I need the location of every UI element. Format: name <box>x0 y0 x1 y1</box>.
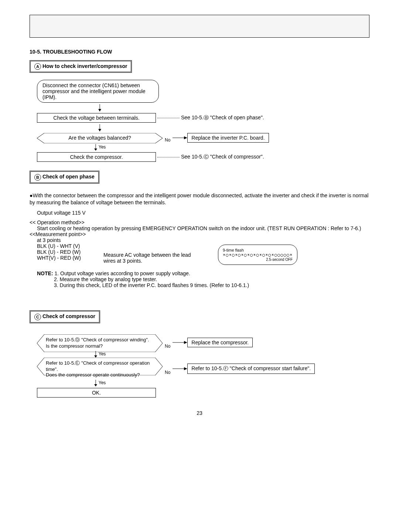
flow-b: B Check of open phase ●With the connecto… <box>30 171 369 288</box>
circle-a-icon: A <box>34 63 41 70</box>
flow-c-ok-text: OK. <box>92 390 101 396</box>
flow-b-title: Check of open phase <box>42 174 95 180</box>
svg-marker-3 <box>98 129 101 132</box>
flow-c-dec1-no-text: Replace the compressor. <box>191 340 249 345</box>
op-method-text: Start cooling or heating operation by pr… <box>37 225 369 231</box>
page-number: 23 <box>30 410 369 416</box>
note-2: 2. Measure the voltage by analog type te… <box>54 276 157 282</box>
flow-a-step3-ref: See 10-5.Ⓒ "Check of compressor". <box>181 154 264 160</box>
meas-3: WHT(V) - RED (W) <box>37 255 103 261</box>
flow-c-dec2-no-action: Refer to 10-5.Ⓕ "Check of compressor sta… <box>187 364 315 374</box>
flash-off-label: 2.5-second OFF <box>266 258 293 262</box>
flow-a-title: How to check inverter/compressor <box>42 63 127 69</box>
note-3: 3. During this check, LED of the inverte… <box>54 282 249 288</box>
section-title: 10-5. TROUBLESHOOTING FLOW <box>30 49 369 55</box>
flow-a-step2: Check the voltage between terminals. <box>37 113 156 123</box>
flow-c-title-box: C Check of compressor <box>30 310 100 323</box>
flow-c-dec1-line1: Refer to 10-5.Ⓓ "Check of compressor win… <box>46 337 149 342</box>
flow-a-step2-ref: See 10-5.Ⓑ "Check of open phase". <box>181 115 264 121</box>
svg-marker-18 <box>94 384 97 386</box>
flow-b-intro: ●With the connector between the compress… <box>30 192 369 207</box>
flow-b-voltage: Output voltage 115 V <box>37 209 369 217</box>
arrow-right-icon <box>173 341 187 344</box>
flow-a-title-box: A How to check inverter/compressor <box>30 60 132 73</box>
arrow-right-icon <box>173 367 187 371</box>
label-yes-row: Yes <box>37 380 163 386</box>
flow-a-step3: Check the compressor. <box>37 152 156 162</box>
arrow-down-icon <box>37 124 163 132</box>
page-container: 10-5. TROUBLESHOOTING FLOW A How to chec… <box>0 0 399 431</box>
dotted-line-icon <box>157 118 180 118</box>
flow-b-title-box: B Check of open phase <box>30 171 99 183</box>
arrow-down-icon <box>37 104 163 112</box>
label-yes: Yes <box>99 144 106 150</box>
meas-1: BLK (U) - WHT (V) <box>37 243 103 249</box>
note-block: NOTE: 1. Output voltage varies according… <box>37 270 369 288</box>
flow-c-dec1: Refer to 10-5.Ⓓ "Check of compressor win… <box>37 334 163 351</box>
meas-2: BLK (U) - RED (W) <box>37 249 103 255</box>
dotted-line-icon <box>157 157 180 157</box>
meas-note: Measure AC voltage between the lead wire… <box>103 252 196 264</box>
header-box <box>30 15 369 38</box>
flow-c-dec1-no-action: Replace the compressor. <box>187 338 253 347</box>
svg-marker-6 <box>184 136 187 139</box>
flash-box: 9-time flash ☀○☀○☀○☀○☀○☀○☀○☀○☀○○○○○☀ 2.5… <box>218 245 297 265</box>
flow-c: C Check of compressor Refer to 10-5.Ⓓ "C… <box>30 310 369 399</box>
meas-at: at 3 points <box>37 237 103 243</box>
label-yes-row: Yes <box>37 144 163 151</box>
flow-a-no-action-text: Replace the inverter P.C. board. <box>191 135 265 141</box>
circle-b-icon: B <box>34 174 41 181</box>
arrow-right-icon <box>173 136 187 140</box>
flow-a: A How to check inverter/compressor Disco… <box>30 60 369 163</box>
note-1: 1. Output voltage varies according to po… <box>54 270 190 276</box>
arrow-down-icon <box>94 144 98 151</box>
svg-marker-8 <box>94 149 97 151</box>
circle-c-icon: C <box>34 314 41 320</box>
svg-marker-1 <box>98 109 101 112</box>
svg-marker-16 <box>184 367 187 370</box>
flow-a-step1-text: Disconnect the connector (CN61) between … <box>42 82 146 100</box>
label-yes: Yes <box>99 380 106 385</box>
flow-c-dec2-line2: Does the compressor operate continuously… <box>46 372 140 378</box>
arrow-down-icon <box>94 380 98 386</box>
label-yes: Yes <box>99 351 106 357</box>
flow-c-dec2-no-text: Refer to 10-5.Ⓕ "Check of compressor sta… <box>191 365 311 371</box>
flow-a-decision: Are the voltages balanced? <box>37 133 163 143</box>
flow-c-title: Check of compressor <box>42 313 95 319</box>
label-no: No <box>165 370 170 375</box>
flow-a-step2-text: Check the voltage between terminals. <box>53 115 139 121</box>
svg-marker-11 <box>184 341 187 344</box>
flow-c-dec2: Refer to 10-5.Ⓔ "Check of compressor ope… <box>37 358 163 380</box>
section-heading: TROUBLESHOOTING FLOW <box>43 49 112 55</box>
flow-a-no-action: Replace the inverter P.C. board. <box>187 133 269 143</box>
label-no: No <box>165 137 170 143</box>
flow-c-dec1-line2: Is the compressor normal? <box>46 343 103 349</box>
note-label: NOTE: <box>37 270 53 276</box>
meas-points: at 3 points BLK (U) - WHT (V) BLK (U) - … <box>37 237 103 261</box>
flow-a-step1: Disconnect the connector (CN61) between … <box>37 80 159 103</box>
flash-pattern-icon: ☀○☀○☀○☀○☀○☀○☀○☀○☀○○○○○☀ <box>223 252 293 258</box>
flash-label: 9-time flash <box>223 248 293 252</box>
section-number: 10-5. <box>30 49 41 55</box>
op-method-header: << Operation method>> <box>30 219 369 225</box>
flow-a-step3-text: Check the compressor. <box>70 154 123 160</box>
label-no: No <box>165 344 170 349</box>
flow-c-dec2-line1: Refer to 10-5.Ⓔ "Check of compressor ope… <box>46 360 150 372</box>
flow-c-ok: OK. <box>37 388 156 398</box>
meas-header: <<Measurement point>> <box>30 231 369 237</box>
flow-a-decision-text: Are the voltages balanced? <box>68 135 131 141</box>
